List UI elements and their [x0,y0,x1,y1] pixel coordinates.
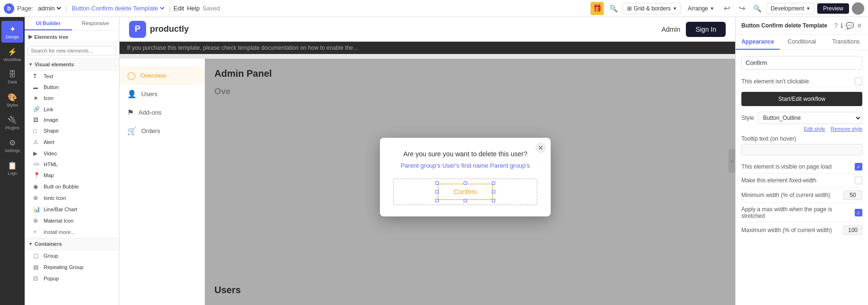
app-sidebar-item-overview[interactable]: ◯ Overview [120,66,204,85]
sidebar-item-image[interactable]: 🖼 Image [25,115,119,125]
undo-btn[interactable]: ↩ [721,2,733,15]
arrange-label: Arrange [688,5,708,12]
sidebar-item-link[interactable]: 🔗 Link [25,104,119,115]
sidebar-item-data[interactable]: 🗄 Data [1,66,23,88]
overview-label: Overview [140,72,166,79]
left-sidebar: UI Builder Responsive ▶ Elements tree ▼ … [25,17,120,305]
material-icon-element-icon: ⊛ [33,217,40,224]
workflow-btn[interactable]: Start/Edit workflow [741,92,862,106]
containers-arrow-icon: ▼ [28,242,33,246]
redo-btn[interactable]: ↪ [736,2,748,15]
sidebar-item-material-icon[interactable]: ⊛ Material Icon [25,215,119,226]
popup-element-label: Popup [44,276,59,281]
topbar: b Page: admin | Button Confirm delete Te… [0,0,868,17]
data-icon: 🗄 [9,70,16,79]
main-layout: ✦ Design ⚡ Workflow 🗄 Data 🎨 Styles 🔌 Pl… [0,17,868,305]
help-icon[interactable]: ? [834,22,838,29]
app-sidebar-item-orders[interactable]: 🛒 Orders [120,122,204,140]
user-avatar[interactable] [852,2,864,15]
addons-icon: ⚑ [127,108,134,117]
sidebar-item-icon[interactable]: ★ Icon [25,92,119,104]
sidebar-item-video[interactable]: ▶ Video [25,148,119,159]
icon-element-icon: ★ [33,95,40,101]
built-on-bubble-icon: ◉ [33,183,40,190]
sidebar-item-logs[interactable]: 📋 Logs [1,157,23,179]
map-element-icon: 📍 [33,172,40,179]
preview-btn[interactable]: Preview [817,3,849,14]
visual-elements-header[interactable]: ▼ Visual elements [25,59,119,71]
chart-element-icon: 📊 [33,206,40,213]
map-element-label: Map [44,172,54,178]
gift-icon[interactable]: 🎁 [591,2,604,15]
modal-confirm-button[interactable]: Confirm [438,184,492,200]
max-width-value[interactable]: 100 [843,225,862,235]
sidebar-item-repeating-group[interactable]: ▤ Repeating Group [25,261,119,273]
sidebar-item-settings[interactable]: ⚙ Settings [1,135,23,156]
sidebar-item-styles[interactable]: 🎨 Styles [1,89,23,111]
elements-tree-row[interactable]: ▶ Elements tree [25,31,119,43]
grid-borders-btn[interactable]: ⊞ Grid & borders ▼ [623,3,681,14]
elements-tree-label: Elements tree [34,34,68,40]
containers-header[interactable]: ▼ Containers [25,238,119,250]
sidebar-item-html[interactable]: </> HTML [25,159,119,170]
page-label: Page: [17,5,33,12]
remove-style-link[interactable]: Remove style [831,126,862,132]
sidebar-item-design[interactable]: ✦ Design [1,21,23,43]
visible-checkbox[interactable]: ✓ [855,163,862,170]
modal-close-btn[interactable]: ✕ [536,143,546,153]
overview-icon: ◯ [127,71,136,80]
sidebar-item-line-bar-chart[interactable]: 📊 Line/Bar Chart [25,204,119,215]
dev-btn[interactable]: Development ▼ [766,3,815,14]
search-input[interactable] [28,46,116,55]
sidebar-item-install-more[interactable]: + Install more... [25,226,119,238]
sidebar-item-popup[interactable]: ⊡ Popup [25,273,119,284]
addons-label: Add-ons [139,109,161,116]
comment-icon[interactable]: 💬 [846,22,854,29]
max-width-value-label: Maximum width (% of current width) [741,227,832,233]
help-action[interactable]: Help [187,5,200,12]
style-select[interactable]: Button_Outline [758,112,862,124]
edit-style-link[interactable]: Edit style [804,126,825,132]
sidebar-item-button[interactable]: ▬ Button [25,82,119,92]
sidebar-item-alert[interactable]: ⚠ Alert [25,136,119,148]
fixed-width-checkbox[interactable] [855,177,862,184]
topbar-toolbar-icon1[interactable]: 🔍 [607,2,620,15]
sidebar-item-ionic-icon[interactable]: ⊕ Ionic Icon [25,192,119,204]
page-select[interactable]: admin [36,4,63,12]
right-panel-close-icon[interactable]: ✕ [857,22,862,29]
not-clickable-checkbox[interactable] [855,78,862,85]
tab-transitions[interactable]: Transitions [824,35,868,50]
sidebar-item-text[interactable]: T Text [25,71,119,82]
element-name-select[interactable]: Button Confirm delete Template [70,4,166,12]
grid-chevron-icon: ▼ [673,6,677,11]
tooltip-input[interactable] [741,144,862,155]
grid-label: Grid & borders [634,5,671,12]
search-btn[interactable]: 🔍 [751,2,764,15]
sidebar-item-map[interactable]: 📍 Map [25,170,119,181]
tab-conditional[interactable]: Conditional [780,35,824,50]
dev-chevron-icon: ▼ [806,6,810,11]
shape-element-icon: □ [33,127,40,134]
sidebar-item-plugins[interactable]: 🔌 Plugins [1,112,23,134]
confirm-text-input[interactable] [741,56,862,70]
max-width-checkbox[interactable]: ✓ [855,209,862,216]
tab-ui-builder[interactable]: UI Builder [25,17,72,30]
settings-label: Settings [5,148,20,153]
edit-action[interactable]: Edit [174,5,184,12]
users-icon: 👤 [127,90,137,99]
min-width-value[interactable]: 50 [843,190,862,200]
sidebar-item-built-on-bubble[interactable]: ◉ Built on Bubble [25,181,119,192]
arrange-btn[interactable]: Arrange ▼ [684,3,718,14]
users-label: Users [141,90,157,98]
app-signin-btn[interactable]: Sign In [686,22,726,37]
sidebar-item-workflow[interactable]: ⚡ Workflow [1,44,23,65]
info-icon[interactable]: ℹ [840,22,843,29]
tab-responsive[interactable]: Responsive [72,17,120,30]
app-logo-icon: P [129,21,146,38]
sidebar-item-shape[interactable]: □ Shape [25,125,119,136]
sidebar-item-group[interactable]: ▢ Group [25,250,119,261]
app-sidebar-item-users[interactable]: 👤 Users [120,85,204,103]
tab-appearance[interactable]: Appearance [736,35,780,50]
app-sidebar-item-addons[interactable]: ⚑ Add-ons [120,103,204,122]
topbar-sep2: | [169,5,170,12]
